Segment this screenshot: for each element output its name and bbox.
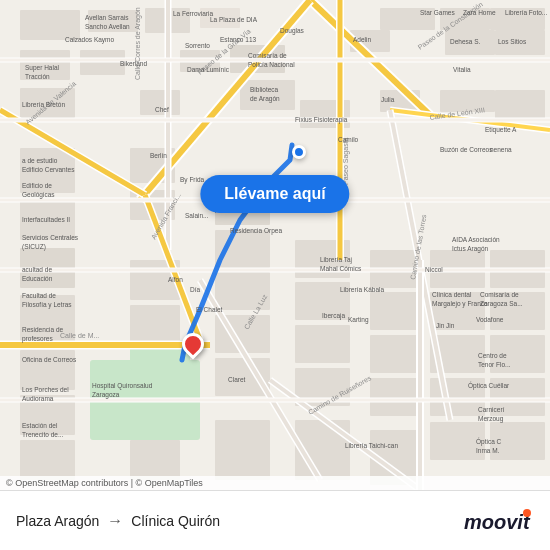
- svg-text:Biblioteca: Biblioteca: [250, 86, 279, 93]
- svg-text:Policía Nacional: Policía Nacional: [248, 61, 295, 68]
- svg-text:Buzón de Correos: Buzón de Correos: [440, 146, 493, 153]
- llevame-aqui-button[interactable]: Llévame aquí: [200, 175, 349, 213]
- svg-text:acultad de: acultad de: [22, 266, 52, 273]
- svg-text:Residencia Orpea: Residencia Orpea: [230, 227, 282, 235]
- svg-text:Los Porches del: Los Porches del: [22, 386, 69, 393]
- svg-point-191: [523, 509, 531, 517]
- svg-text:Filosofía y Letras: Filosofía y Letras: [22, 301, 72, 309]
- svg-text:Comisaría de: Comisaría de: [480, 291, 519, 298]
- svg-text:Vodafone: Vodafone: [476, 316, 504, 323]
- svg-text:(SICUZ): (SICUZ): [22, 243, 46, 251]
- svg-text:Dehesa S.: Dehesa S.: [450, 38, 481, 45]
- svg-rect-57: [20, 440, 75, 480]
- svg-text:La Plaza de DIA: La Plaza de DIA: [210, 16, 258, 23]
- svg-text:Star Games: Star Games: [420, 9, 455, 16]
- svg-text:Salain...: Salain...: [185, 212, 209, 219]
- route-arrow: →: [107, 512, 123, 530]
- svg-text:Dama Lumínic: Dama Lumínic: [187, 66, 230, 73]
- bottom-bar: Plaza Aragón → Clínica Quirón moovit: [0, 490, 550, 550]
- moovit-logo-svg: moovit: [464, 507, 534, 535]
- svg-text:Hospital Quironsalud: Hospital Quironsalud: [92, 382, 153, 390]
- svg-text:Zara Home: Zara Home: [463, 9, 496, 16]
- svg-text:Calle Corres de Aragón: Calle Corres de Aragón: [134, 7, 142, 80]
- svg-text:Residencia de: Residencia de: [22, 326, 64, 333]
- svg-text:Servicios Centrales: Servicios Centrales: [22, 234, 79, 241]
- svg-text:Douglas: Douglas: [280, 27, 305, 35]
- svg-text:Clínica dental: Clínica dental: [432, 291, 472, 298]
- svg-rect-33: [130, 305, 180, 345]
- svg-text:moovit: moovit: [464, 511, 531, 533]
- route-to-label: Clínica Quirón: [131, 513, 220, 529]
- svg-text:Sorrento: Sorrento: [185, 42, 210, 49]
- map-attribution: © OpenStreetMap contributors | © OpenMap…: [0, 476, 550, 490]
- svg-text:Zaragoza Sa...: Zaragoza Sa...: [480, 300, 523, 308]
- svg-text:Librería Taichi-can: Librería Taichi-can: [345, 442, 398, 449]
- svg-text:Audiorama: Audiorama: [22, 395, 54, 402]
- svg-text:Geológicas: Geológicas: [22, 191, 55, 199]
- svg-text:Tenor Flo...: Tenor Flo...: [478, 361, 511, 368]
- map-container: Paseo de la Constitución Paseo de la Gra…: [0, 0, 550, 490]
- pin-circle: [177, 328, 208, 359]
- svg-text:de Aragón: de Aragón: [250, 95, 280, 103]
- svg-rect-58: [130, 440, 180, 480]
- svg-text:Centro de: Centro de: [478, 352, 507, 359]
- svg-text:Carnicerí: Carnicerí: [478, 406, 505, 413]
- svg-rect-45: [370, 335, 420, 373]
- svg-text:Jin Jin: Jin Jin: [436, 322, 455, 329]
- svg-text:El Chalet: El Chalet: [196, 306, 223, 313]
- svg-text:Camilo: Camilo: [338, 136, 359, 143]
- svg-text:Oficina de Correos: Oficina de Correos: [22, 356, 77, 363]
- svg-text:Día: Día: [190, 286, 201, 293]
- svg-rect-59: [215, 420, 270, 480]
- route-info: Plaza Aragón → Clínica Quirón: [16, 512, 464, 530]
- svg-text:Inma M.: Inma M.: [476, 447, 500, 454]
- svg-rect-44: [370, 292, 420, 330]
- svg-text:Edificio Cervantes: Edificio Cervantes: [22, 166, 75, 173]
- svg-text:Julia: Julia: [381, 96, 395, 103]
- svg-text:Mahal Cómics: Mahal Cómics: [320, 265, 362, 272]
- svg-rect-41: [295, 325, 350, 363]
- svg-text:a de estudio: a de estudio: [22, 157, 58, 164]
- svg-text:Los Sitios: Los Sitios: [498, 38, 527, 45]
- svg-text:Alfon: Alfon: [168, 276, 183, 283]
- svg-rect-23: [495, 90, 545, 120]
- svg-text:Sancho Avellan: Sancho Avellan: [85, 23, 130, 30]
- svg-text:Adelin: Adelin: [353, 36, 371, 43]
- svg-text:Librería Kábala: Librería Kábala: [340, 286, 384, 293]
- svg-rect-46: [370, 378, 420, 416]
- origin-marker: [292, 145, 306, 159]
- svg-text:Edificio de: Edificio de: [22, 182, 52, 189]
- route-from-label: Plaza Aragón: [16, 513, 99, 529]
- svg-text:Interfacultades II: Interfacultades II: [22, 216, 70, 223]
- svg-text:Zaragoza: Zaragoza: [92, 391, 120, 399]
- svg-text:Librería Taj: Librería Taj: [320, 256, 352, 264]
- svg-text:Trenecito de...: Trenecito de...: [22, 431, 64, 438]
- svg-text:Berlín: Berlín: [150, 152, 167, 159]
- svg-text:Chef: Chef: [155, 106, 169, 113]
- svg-text:profesores: profesores: [22, 335, 53, 343]
- svg-text:Educación: Educación: [22, 275, 53, 282]
- svg-text:La Ferroviaria: La Ferroviaria: [173, 10, 213, 17]
- destination-marker: [182, 333, 204, 355]
- svg-text:Ictus Aragón: Ictus Aragón: [452, 245, 489, 253]
- svg-text:Estanco 113: Estanco 113: [220, 36, 257, 43]
- svg-text:Ibercaja: Ibercaja: [322, 312, 346, 320]
- moovit-logo: moovit: [464, 507, 534, 535]
- svg-text:Librería Foto...: Librería Foto...: [505, 9, 547, 16]
- svg-text:Tracción: Tracción: [25, 73, 50, 80]
- svg-text:By Frida: By Frida: [180, 176, 205, 184]
- svg-text:Calle de M...: Calle de M...: [60, 332, 99, 339]
- svg-text:Fixius Fisioterapia: Fixius Fisioterapia: [295, 116, 348, 124]
- svg-text:Merzoug: Merzoug: [478, 415, 504, 423]
- svg-text:Calzados Kaymo: Calzados Kaymo: [65, 36, 115, 44]
- svg-text:Librería Bretón: Librería Bretón: [22, 101, 65, 108]
- svg-text:Bikerland: Bikerland: [120, 60, 147, 67]
- svg-text:Óptica Cuéllar: Óptica Cuéllar: [468, 381, 510, 390]
- svg-text:Karting: Karting: [348, 316, 369, 324]
- svg-text:Estación del: Estación del: [22, 422, 58, 429]
- svg-text:Paseo Sagasta: Paseo Sagasta: [342, 137, 350, 185]
- svg-text:Facultad de: Facultad de: [22, 292, 56, 299]
- svg-text:Vitalia: Vitalia: [453, 66, 471, 73]
- svg-text:Etiquette A: Etiquette A: [485, 126, 517, 134]
- svg-text:Claret: Claret: [228, 376, 246, 383]
